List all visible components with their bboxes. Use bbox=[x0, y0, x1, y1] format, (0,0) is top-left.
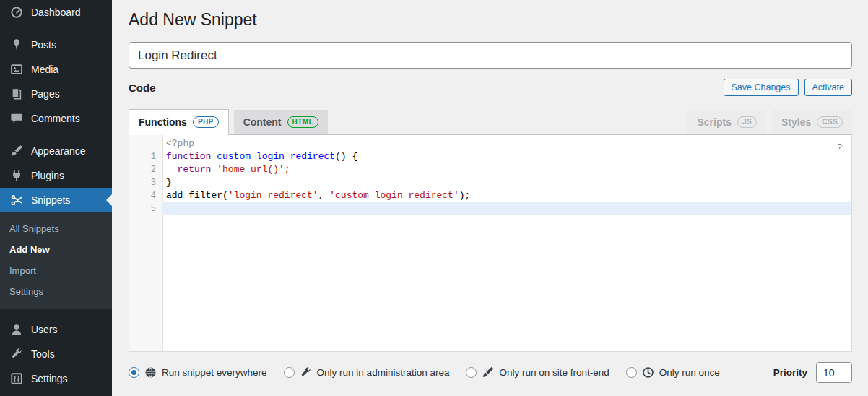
code-text: function custom_login_redirect() { bbox=[162, 150, 851, 163]
submenu-item-add-new[interactable]: Add New bbox=[0, 239, 112, 260]
line-number: 4 bbox=[129, 189, 162, 202]
priority-input[interactable] bbox=[816, 362, 852, 383]
code-section-label: Code bbox=[129, 82, 156, 94]
code-editor[interactable]: ? <?php 1 function custom_login_redirect… bbox=[129, 134, 852, 352]
code-text: } bbox=[162, 176, 851, 189]
radio-admin[interactable] bbox=[284, 367, 295, 378]
sidebar-item-posts[interactable]: Posts bbox=[0, 33, 112, 57]
action-buttons: Save Changes Activate bbox=[724, 79, 852, 96]
php-badge: PHP bbox=[193, 116, 219, 128]
sidebar-item-label: Pages bbox=[31, 88, 60, 100]
sidebar-item-tools[interactable]: Tools bbox=[0, 342, 112, 366]
code-type-tabs: Functions PHP Content HTML Scripts JS St… bbox=[129, 109, 852, 134]
code-header-row: Code Save Changes Activate bbox=[129, 78, 852, 97]
submenu-item-all-snippets[interactable]: All Snippets bbox=[0, 218, 112, 239]
scope-option-label: Only run on site front-end bbox=[499, 367, 609, 378]
snippets-submenu: All Snippets Add New Import Settings bbox=[0, 212, 112, 309]
code-line: 1 function custom_login_redirect() { bbox=[129, 150, 851, 163]
line-number: 1 bbox=[129, 150, 162, 163]
menu-separator bbox=[0, 309, 112, 317]
snippet-scope-row: Run snippet everywhere Only run in admin… bbox=[129, 361, 852, 384]
pin-icon bbox=[9, 38, 24, 52]
scissors-icon bbox=[9, 193, 24, 207]
tab-label: Styles bbox=[781, 116, 811, 128]
sidebar-item-snippets[interactable]: Snippets bbox=[0, 188, 112, 212]
tab-functions[interactable]: Functions PHP bbox=[129, 109, 229, 135]
tab-styles[interactable]: Styles CSS bbox=[772, 110, 852, 134]
user-icon bbox=[9, 322, 24, 337]
paintbrush-icon bbox=[9, 144, 24, 158]
paintbrush-icon bbox=[482, 366, 494, 379]
dashboard-icon bbox=[9, 5, 24, 20]
clock-icon bbox=[642, 366, 654, 379]
code-line-active: 5 bbox=[129, 202, 851, 215]
php-open-tag: <?php bbox=[162, 137, 851, 150]
code-text: return 'home_url()'; bbox=[162, 163, 851, 176]
code-text bbox=[162, 202, 851, 215]
line-gutter bbox=[129, 137, 162, 150]
code-line-meta: <?php bbox=[129, 137, 851, 150]
tab-content[interactable]: Content HTML bbox=[234, 110, 328, 134]
activate-button[interactable]: Activate bbox=[804, 79, 852, 96]
tab-label: Content bbox=[243, 116, 282, 128]
menu-separator bbox=[0, 25, 112, 33]
sidebar-item-label: Appearance bbox=[31, 145, 86, 157]
code-text: add_filter('login_redirect', 'custom_log… bbox=[162, 189, 851, 202]
scope-option-label: Only run in administration area bbox=[317, 367, 450, 378]
main-content: Add New Snippet Code Save Changes Activa… bbox=[112, 0, 868, 396]
sidebar-item-plugins[interactable]: Plugins bbox=[0, 163, 112, 188]
submenu-item-settings[interactable]: Settings bbox=[0, 281, 112, 302]
sidebar-item-label: Tools bbox=[31, 348, 55, 360]
submenu-item-import[interactable]: Import bbox=[0, 260, 112, 281]
scope-option-label: Run snippet everywhere bbox=[162, 367, 267, 378]
radio-once[interactable] bbox=[626, 367, 637, 378]
code-line: 2 return 'home_url()'; bbox=[129, 163, 851, 176]
css-badge: CSS bbox=[817, 116, 843, 128]
sidebar-item-settings[interactable]: Settings bbox=[0, 366, 112, 391]
radio-frontend[interactable] bbox=[466, 367, 477, 378]
wrench-icon bbox=[9, 347, 24, 361]
pages-icon bbox=[9, 87, 24, 101]
scope-option-admin[interactable]: Only run in administration area bbox=[284, 366, 450, 379]
globe-icon bbox=[144, 366, 157, 379]
line-number: 2 bbox=[129, 163, 162, 176]
sidebar-item-label: Posts bbox=[31, 39, 56, 51]
save-changes-button[interactable]: Save Changes bbox=[724, 79, 799, 96]
comment-icon bbox=[9, 111, 24, 126]
wrench-icon bbox=[300, 366, 312, 379]
code-line: 4 add_filter('login_redirect', 'custom_l… bbox=[129, 189, 851, 202]
line-number: 3 bbox=[129, 176, 162, 189]
priority-group: Priority bbox=[773, 362, 852, 383]
radio-everywhere[interactable] bbox=[129, 367, 139, 378]
sidebar-item-label: Users bbox=[31, 324, 58, 335]
sidebar-item-label: Settings bbox=[31, 373, 68, 384]
scope-option-everywhere[interactable]: Run snippet everywhere bbox=[129, 366, 267, 379]
scope-option-label: Only run once bbox=[659, 367, 720, 378]
sidebar-item-users[interactable]: Users bbox=[0, 317, 112, 342]
sidebar-item-label: Media bbox=[31, 64, 58, 75]
plug-icon bbox=[9, 168, 24, 183]
sidebar-item-label: Plugins bbox=[31, 170, 64, 181]
sidebar-item-label: Snippets bbox=[31, 194, 70, 206]
sidebar-item-media[interactable]: Media bbox=[0, 57, 112, 82]
sidebar-item-dashboard[interactable]: Dashboard bbox=[0, 0, 112, 25]
sidebar-item-comments[interactable]: Comments bbox=[0, 106, 112, 131]
scope-option-once[interactable]: Only run once bbox=[626, 366, 720, 379]
sliders-icon bbox=[9, 371, 24, 386]
html-badge: HTML bbox=[287, 116, 318, 128]
page-title: Add New Snippet bbox=[129, 9, 852, 30]
menu-separator bbox=[0, 131, 112, 139]
line-number: 5 bbox=[129, 202, 162, 215]
tab-scripts[interactable]: Scripts JS bbox=[687, 110, 766, 134]
sidebar-item-label: Dashboard bbox=[31, 7, 81, 18]
sidebar-item-appearance[interactable]: Appearance bbox=[0, 139, 112, 163]
tab-label: Functions bbox=[139, 116, 187, 128]
tab-label: Scripts bbox=[697, 116, 731, 128]
scope-option-frontend[interactable]: Only run on site front-end bbox=[466, 366, 609, 379]
priority-label: Priority bbox=[773, 367, 807, 378]
media-icon bbox=[9, 62, 24, 77]
snippet-title-input[interactable] bbox=[129, 42, 852, 69]
sidebar-item-pages[interactable]: Pages bbox=[0, 82, 112, 106]
js-badge: JS bbox=[737, 116, 757, 128]
sidebar-item-label: Comments bbox=[31, 113, 80, 124]
